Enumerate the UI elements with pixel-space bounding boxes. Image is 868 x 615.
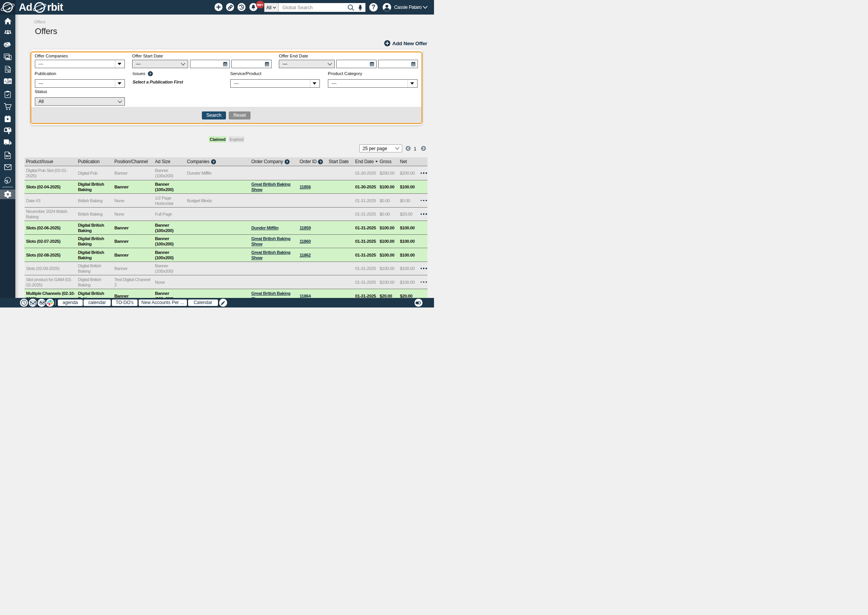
svg-text:W2: W2 [6,154,10,158]
svg-text:$: $ [8,69,9,72]
svg-text:($): ($) [8,80,11,83]
